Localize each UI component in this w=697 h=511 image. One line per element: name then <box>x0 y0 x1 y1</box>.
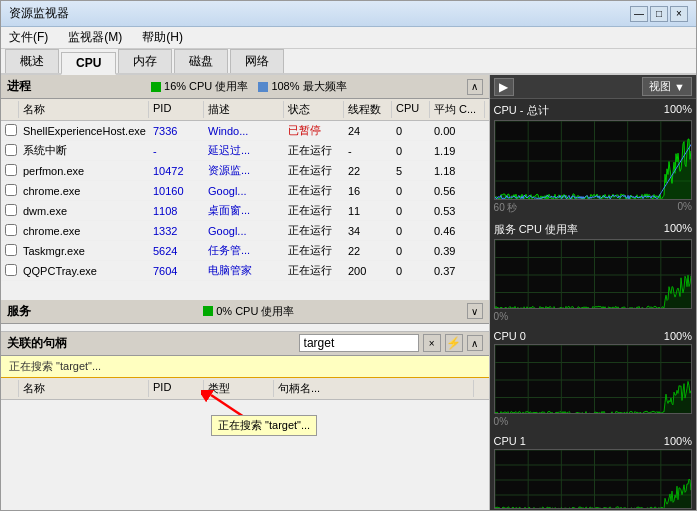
close-button[interactable]: × <box>670 6 688 22</box>
th-pid[interactable]: PID <box>149 101 204 118</box>
cpu1-pct: 100% <box>664 435 692 447</box>
td-check[interactable] <box>1 223 19 239</box>
table-row[interactable]: 系统中断 - 延迟过... 正在运行 - 0 1.19 <box>1 141 489 161</box>
table-row[interactable]: QQPCTray.exe 7604 电脑管家 正在运行 200 0 0.37 <box>1 261 489 281</box>
hth-type[interactable]: 类型 <box>204 380 274 397</box>
th-avgcpu[interactable]: 平均 C... <box>430 101 485 118</box>
service-cpu-badge: 0% CPU 使用率 <box>203 304 294 319</box>
tab-disk[interactable]: 磁盘 <box>174 49 228 73</box>
th-name: 名称 <box>19 101 149 118</box>
th-desc[interactable]: 描述 <box>204 101 284 118</box>
td-cpu: 0 <box>392 264 430 278</box>
service-cpu-label: 0% CPU 使用率 <box>216 304 294 319</box>
service-section-header: 服务 0% CPU 使用率 ∨ <box>1 300 489 324</box>
service-green-indicator <box>203 306 213 316</box>
handle-collapse-button[interactable]: ∧ <box>467 335 483 351</box>
tooltip-area: 正在搜索 "target"... <box>1 400 489 440</box>
cpu-total-label-row: CPU - 总计 100% <box>494 101 692 120</box>
td-check[interactable] <box>1 163 19 179</box>
td-name: chrome.exe <box>19 224 149 238</box>
table-row[interactable]: perfmon.exe 10472 资源监... 正在运行 22 5 1.18 <box>1 161 489 181</box>
td-pid: 1108 <box>149 204 204 218</box>
cpu0-label: CPU 0 <box>494 330 526 342</box>
tab-overview[interactable]: 概述 <box>5 49 59 73</box>
hth-handle[interactable]: 句柄名... <box>274 380 474 397</box>
td-name: chrome.exe <box>19 184 149 198</box>
table-row[interactable]: chrome.exe 10160 Googl... 正在运行 16 0 0.56 <box>1 181 489 201</box>
table-row[interactable]: dwm.exe 1108 桌面窗... 正在运行 11 0 0.53 <box>1 201 489 221</box>
table-row[interactable]: Taskmgr.exe 5624 任务管... 正在运行 22 0 0.39 <box>1 241 489 261</box>
td-status: 正在运行 <box>284 142 344 159</box>
cpu-total-label: CPU - 总计 <box>494 103 549 118</box>
td-status: 正在运行 <box>284 222 344 239</box>
menu-help[interactable]: 帮助(H) <box>138 28 187 47</box>
search-refresh-button[interactable]: ⚡ <box>445 334 463 352</box>
tab-network[interactable]: 网络 <box>230 49 284 73</box>
td-check[interactable] <box>1 123 19 139</box>
td-pid: 5624 <box>149 244 204 258</box>
table-row[interactable]: ShellExperienceHost.exe 7336 Windo... 已暂… <box>1 121 489 141</box>
th-cpu[interactable]: CPU <box>392 101 430 118</box>
td-name: ShellExperienceHost.exe <box>19 124 149 138</box>
service-collapse-button[interactable]: ∨ <box>467 303 483 319</box>
searching-status-bar: 正在搜索 "target"... <box>1 356 489 378</box>
td-check[interactable] <box>1 263 19 279</box>
td-check[interactable] <box>1 143 19 159</box>
td-threads: 16 <box>344 184 392 198</box>
td-check[interactable] <box>1 183 19 199</box>
view-label: 视图 <box>649 79 671 94</box>
cpu0-graph <box>494 344 692 414</box>
th-threads[interactable]: 线程数 <box>344 101 392 118</box>
td-desc: 延迟过... <box>204 142 284 159</box>
right-panel-scroll[interactable]: CPU - 总计 100% 60 秒 0% 服务 CPU 使用率 <box>490 99 696 510</box>
menu-file[interactable]: 文件(F) <box>5 28 52 47</box>
td-desc: 桌面窗... <box>204 202 284 219</box>
td-threads: 11 <box>344 204 392 218</box>
menu-bar: 文件(F) 监视器(M) 帮助(H) <box>1 27 696 49</box>
time-zero-pct: 0% <box>678 201 692 215</box>
process-section-header: 进程 16% CPU 使用率 108% 最大频率 ∧ <box>1 75 489 99</box>
search-clear-button[interactable]: × <box>423 334 441 352</box>
handle-search-input[interactable] <box>299 334 419 352</box>
process-stats: 16% CPU 使用率 108% 最大频率 <box>151 79 347 94</box>
td-cpu: 0 <box>392 244 430 258</box>
left-panel: 进程 16% CPU 使用率 108% 最大频率 ∧ 名称 PID <box>1 75 490 510</box>
td-avgcpu: 0.46 <box>430 224 485 238</box>
cpu1-section: CPU 1 100% 0% <box>490 431 696 510</box>
td-threads: 22 <box>344 244 392 258</box>
td-avgcpu: 0.00 <box>430 124 485 138</box>
minimize-button[interactable]: — <box>630 6 648 22</box>
hth-check <box>1 380 19 397</box>
td-status: 已暂停 <box>284 122 344 139</box>
td-cpu: 0 <box>392 204 430 218</box>
tab-memory[interactable]: 内存 <box>118 49 172 73</box>
svg-line-1 <box>211 395 256 425</box>
table-row[interactable]: chrome.exe 1332 Googl... 正在运行 34 0 0.46 <box>1 221 489 241</box>
cpu1-bottom: 0% <box>494 509 692 510</box>
td-threads: 24 <box>344 124 392 138</box>
cpu0-section: CPU 0 100% 0% <box>490 326 696 431</box>
process-collapse-button[interactable]: ∧ <box>467 79 483 95</box>
td-check[interactable] <box>1 203 19 219</box>
cpu1-canvas <box>495 450 692 509</box>
main-window: 资源监视器 — □ × 文件(F) 监视器(M) 帮助(H) 概述 CPU 内存… <box>0 0 697 511</box>
service-cpu-pct: 100% <box>664 222 692 237</box>
tab-cpu[interactable]: CPU <box>61 52 116 75</box>
hth-name[interactable]: 名称 <box>19 380 149 397</box>
max-freq-label: 108% 最大频率 <box>271 79 346 94</box>
view-dropdown-icon: ▼ <box>674 81 685 93</box>
td-status: 正在运行 <box>284 182 344 199</box>
hth-pid[interactable]: PID <box>149 380 204 397</box>
td-desc: 资源监... <box>204 162 284 179</box>
right-arrow-button[interactable]: ▶ <box>494 78 514 96</box>
menu-monitor[interactable]: 监视器(M) <box>64 28 126 47</box>
td-threads: 22 <box>344 164 392 178</box>
maximize-button[interactable]: □ <box>650 6 668 22</box>
td-avgcpu: 1.19 <box>430 144 485 158</box>
view-button[interactable]: 视图 ▼ <box>642 77 692 96</box>
th-status[interactable]: 状态 <box>284 101 344 118</box>
td-check[interactable] <box>1 243 19 259</box>
service-cpu-graph <box>494 239 692 309</box>
service-stats: 0% CPU 使用率 <box>203 304 294 319</box>
handle-search-area: × ⚡ ∧ <box>299 334 483 352</box>
